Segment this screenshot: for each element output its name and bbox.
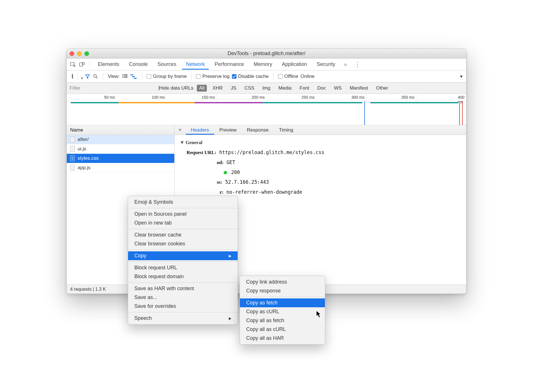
request-row[interactable]: app.js <box>67 163 174 173</box>
menu-copy-link[interactable]: Copy link address <box>240 278 325 286</box>
menu-speech[interactable]: Speech <box>128 314 238 323</box>
type-css[interactable]: CSS <box>242 85 257 92</box>
type-ws[interactable]: WS <box>332 85 344 92</box>
menu-clear-cache[interactable]: Clear browser cache <box>128 231 238 239</box>
tab-elements[interactable]: Elements <box>94 59 123 70</box>
svg-rect-4 <box>122 74 124 76</box>
toggle-device-icon[interactable] <box>78 61 86 68</box>
request-row[interactable]: ui.js <box>67 144 174 154</box>
search-icon[interactable] <box>93 74 98 79</box>
val-request-url: https://preload.glitch.me/styles.css <box>219 149 324 155</box>
preserve-log-checkbox[interactable]: Preserve log <box>196 74 229 79</box>
large-rows-icon[interactable] <box>122 74 128 79</box>
key-method-partial: od: <box>217 160 224 165</box>
val-method: GET <box>226 159 235 165</box>
tick-label: 350 ms <box>401 95 416 100</box>
menu-block-domain[interactable]: Block request domain <box>128 272 238 281</box>
type-other[interactable]: Other <box>374 85 391 92</box>
type-xhr[interactable]: XHR <box>210 85 225 92</box>
request-name: ui.js <box>78 146 86 152</box>
close-details-button[interactable]: × <box>175 127 186 133</box>
menu-copy-response[interactable]: Copy response <box>240 286 325 295</box>
key-referrer-partial: r: <box>220 189 223 195</box>
menu-copy-all-curl[interactable]: Copy all as cURL <box>240 325 325 334</box>
menu-copy-all-fetch[interactable]: Copy all as fetch <box>240 316 325 325</box>
type-manifest[interactable]: Manifest <box>347 85 370 92</box>
menu-emoji[interactable]: Emoji & Symbols <box>128 198 238 207</box>
tab-console[interactable]: Console <box>125 59 152 70</box>
tabs-overflow-button[interactable]: » <box>341 61 350 68</box>
clear-button[interactable] <box>72 74 73 78</box>
type-js[interactable]: JS <box>228 85 239 92</box>
status-text: 4 requests | 1.3 K <box>70 287 106 292</box>
tab-sources[interactable]: Sources <box>153 59 180 70</box>
type-all[interactable]: All <box>197 85 207 92</box>
request-row[interactable]: after/ <box>67 135 174 144</box>
svg-rect-10 <box>134 78 137 79</box>
svg-rect-6 <box>122 76 124 78</box>
tick-label: 200 ms <box>252 95 266 100</box>
throttling-dropdown-icon[interactable]: ▼ <box>459 74 463 79</box>
detail-tab-preview[interactable]: Preview <box>214 126 242 135</box>
type-img[interactable]: Img <box>260 85 273 92</box>
content-area: Name after/ ui.js styles.css app.js × He… <box>67 125 466 284</box>
filter-input[interactable] <box>70 85 155 91</box>
status-dot-icon <box>224 171 227 174</box>
svg-rect-2 <box>83 62 84 65</box>
tab-security[interactable]: Security <box>313 59 339 70</box>
val-address: 52.7.166.25:443 <box>225 179 269 185</box>
type-font[interactable]: Font <box>297 85 312 92</box>
tick-label: 300 ms <box>351 95 366 100</box>
svg-point-3 <box>94 74 96 77</box>
tick-label: 50 ms <box>104 95 117 100</box>
val-referrer: no-referrer-when-downgrade <box>226 189 302 195</box>
menu-copy[interactable]: Copy <box>128 251 238 260</box>
general-section-label: General <box>186 140 203 145</box>
group-by-frame-checkbox[interactable]: Group by frame <box>147 74 187 79</box>
overview-toggle-icon[interactable] <box>130 74 137 79</box>
type-doc[interactable]: Doc <box>315 85 328 92</box>
window-title: DevTools - preload.glitch.me/after/ <box>67 50 466 56</box>
menu-copy-curl[interactable]: Copy as cURL <box>240 307 325 316</box>
network-toolbar: View: Group by frame Preserve log Disabl… <box>67 70 466 82</box>
copy-submenu: Copy link address Copy response Copy as … <box>240 276 325 345</box>
document-icon <box>70 146 75 152</box>
menu-block-url[interactable]: Block request URL <box>128 263 238 272</box>
separator <box>90 61 90 68</box>
detail-tab-response[interactable]: Response <box>242 126 274 135</box>
tab-network[interactable]: Network <box>182 59 209 70</box>
filter-toggle-icon[interactable] <box>85 74 90 79</box>
svg-rect-5 <box>124 74 128 76</box>
tab-memory[interactable]: Memory <box>250 59 276 70</box>
key-request-url: Request URL: <box>187 150 216 155</box>
tab-application[interactable]: Application <box>278 59 311 70</box>
menu-open-sources[interactable]: Open in Sources panel <box>128 210 238 219</box>
menu-save-as[interactable]: Save as... <box>128 293 238 302</box>
inspect-element-icon[interactable] <box>69 61 76 68</box>
svg-rect-1 <box>80 63 82 66</box>
hide-data-urls-checkbox[interactable]: Hide data URLs <box>159 85 193 91</box>
offline-checkbox[interactable]: Offline <box>278 74 298 79</box>
document-icon <box>70 165 75 171</box>
svg-rect-8 <box>130 74 133 75</box>
detail-tab-headers[interactable]: Headers <box>186 126 214 135</box>
menu-open-tab[interactable]: Open in new tab <box>128 219 238 227</box>
settings-kebab-icon[interactable]: ⋮ <box>351 61 363 68</box>
disable-cache-checkbox[interactable]: Disable cache <box>232 74 269 79</box>
throttling-select[interactable]: Online <box>300 74 314 79</box>
menu-clear-cookies[interactable]: Clear browser cookies <box>128 239 238 248</box>
name-column-header[interactable]: Name <box>67 125 174 135</box>
tick-label: 150 ms <box>202 95 217 100</box>
request-name: app.js <box>78 165 90 171</box>
detail-tab-timing[interactable]: Timing <box>274 126 298 135</box>
menu-save-overrides[interactable]: Save for overrides <box>128 302 238 311</box>
menu-save-har[interactable]: Save as HAR with content <box>128 284 238 293</box>
request-row[interactable]: styles.css <box>67 154 174 163</box>
svg-rect-7 <box>124 76 128 78</box>
tab-performance[interactable]: Performance <box>211 59 248 70</box>
type-media[interactable]: Media <box>276 85 294 92</box>
menu-copy-all-har[interactable]: Copy all as HAR <box>240 334 325 343</box>
context-menu: Emoji & Symbols Open in Sources panel Op… <box>128 196 238 325</box>
menu-copy-fetch[interactable]: Copy as fetch <box>240 298 325 307</box>
overview-timeline[interactable]: 50 ms 100 ms 150 ms 200 ms 250 ms 300 ms… <box>67 94 466 125</box>
